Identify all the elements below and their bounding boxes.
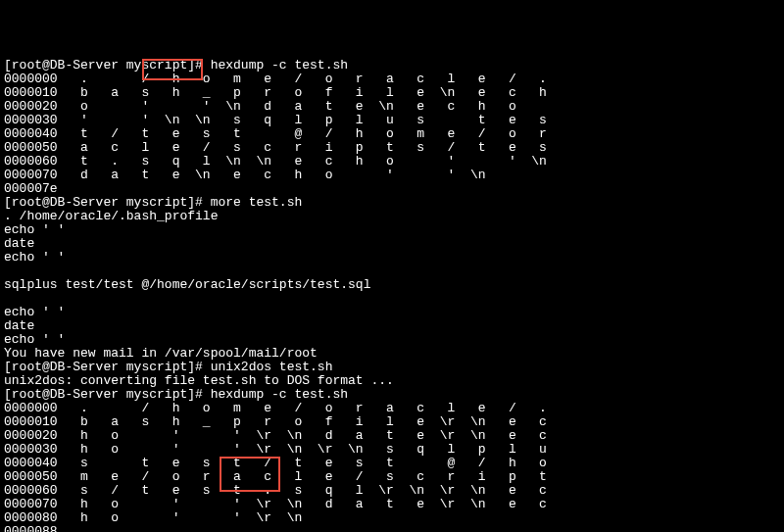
- terminal[interactable]: [root@DB-Server myscript]# hexdump -c te…: [4, 59, 780, 532]
